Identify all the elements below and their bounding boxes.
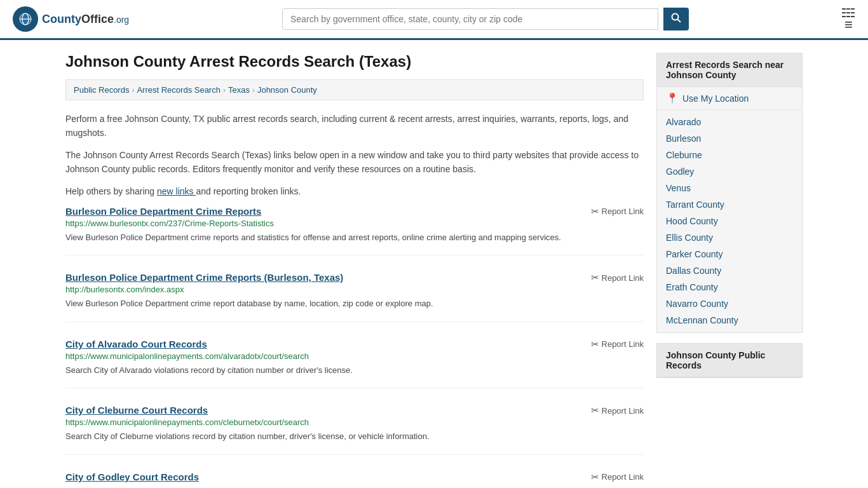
sidebar-list-item: Ellis County — [657, 229, 802, 246]
breadcrumb-sep-1: › — [132, 86, 134, 95]
result-title-3[interactable]: City of Cleburne Court Records — [65, 405, 208, 416]
scissors-icon: ✂ — [591, 405, 599, 416]
public-records-header: Johnson County Public Records — [657, 344, 802, 377]
public-records-section: Johnson County Public Records — [656, 343, 803, 378]
sidebar: Arrest Records Search near Johnson Count… — [656, 53, 803, 488]
description-3-text: Help others by sharing — [65, 186, 154, 196]
report-link-1[interactable]: ✂ Report Link — [591, 272, 644, 283]
site-header: CountyOffice.org ▬▬▬▬▬▬▬▬▬ ≡ — [0, 0, 868, 40]
sidebar-list-item: Venus — [657, 180, 802, 196]
result-item: City of Alvarado Court Records ✂ Report … — [65, 339, 644, 389]
scissors-icon: ✂ — [591, 471, 599, 483]
breadcrumb-sep-3: › — [252, 86, 255, 95]
result-url-1: http://burlesontx.com/index.aspx — [65, 285, 644, 294]
result-desc-1: View Burleson Police Department crime re… — [65, 297, 644, 310]
result-title-4[interactable]: City of Godley Court Records — [65, 471, 199, 482]
use-location-btn[interactable]: 📍 Use My Location — [657, 87, 802, 110]
breadcrumb: Public Records › Arrest Records Search ›… — [65, 79, 644, 100]
result-header: Burleson Police Department Crime Reports… — [65, 272, 644, 285]
breadcrumb-sep-2: › — [223, 86, 226, 95]
nearby-link-12[interactable]: McLennan County — [666, 315, 738, 325]
sidebar-list-item: Hood County — [657, 213, 802, 229]
result-header: City of Godley Court Records ✂ Report Li… — [65, 471, 644, 484]
result-header: City of Alvarado Court Records ✂ Report … — [65, 339, 644, 351]
search-input[interactable] — [282, 8, 658, 30]
result-url-3: https://www.municipalonlinepayments.com/… — [65, 417, 644, 427]
sidebar-list-item: McLennan County — [657, 312, 802, 329]
nearby-link-8[interactable]: Parker County — [666, 249, 722, 259]
menu-button[interactable]: ▬▬▬▬▬▬▬▬▬ ≡ — [842, 6, 855, 32]
result-header: Burleson Police Department Crime Reports… — [65, 206, 644, 219]
nearby-link-1[interactable]: Burleson — [666, 133, 701, 144]
result-desc-0: View Burleson Police Department crime re… — [65, 231, 644, 244]
result-item: Burleson Police Department Crime Reports… — [65, 272, 644, 322]
nearby-section: Arrest Records Search near Johnson Count… — [656, 53, 803, 333]
result-header: City of Cleburne Court Records ✂ Report … — [65, 405, 644, 417]
sidebar-list-item: Erath County — [657, 279, 802, 295]
location-pin-icon: 📍 — [666, 92, 679, 104]
report-link-4[interactable]: ✂ Report Link — [591, 471, 644, 483]
sidebar-list-item: Burleson — [657, 130, 802, 147]
content-area: Johnson County Arrest Records Search (Te… — [65, 53, 644, 488]
description-3-end: and reporting broken links. — [196, 186, 301, 196]
logo[interactable]: CountyOffice.org — [13, 6, 129, 32]
report-link-2[interactable]: ✂ Report Link — [591, 339, 644, 350]
nearby-link-7[interactable]: Ellis County — [666, 233, 713, 243]
sidebar-list-item: Alvarado — [657, 114, 802, 130]
report-link-3[interactable]: ✂ Report Link — [591, 405, 644, 416]
result-item: City of Cleburne Court Records ✂ Report … — [65, 405, 644, 455]
result-title-2[interactable]: City of Alvarado Court Records — [65, 339, 207, 349]
nearby-list: AlvaradoBurlesonCleburneGodleyVenusTarra… — [657, 110, 802, 332]
result-title-1[interactable]: Burleson Police Department Crime Reports… — [65, 272, 343, 283]
use-location-label: Use My Location — [682, 93, 749, 104]
nearby-link-9[interactable]: Dallas County — [666, 266, 721, 276]
breadcrumb-public-records[interactable]: Public Records — [74, 85, 129, 95]
nearby-header: Arrest Records Search near Johnson Count… — [657, 53, 802, 87]
search-area — [282, 8, 689, 30]
svg-point-4 — [672, 14, 679, 20]
sidebar-list-item: Parker County — [657, 246, 802, 262]
sidebar-list-item: Godley — [657, 163, 802, 180]
description-3: Help others by sharing new links and rep… — [65, 184, 644, 198]
nearby-link-10[interactable]: Erath County — [666, 282, 718, 292]
result-url-2: https://www.municipalonlinepayments.com/… — [65, 351, 644, 361]
nearby-link-5[interactable]: Tarrant County — [666, 200, 724, 210]
breadcrumb-texas[interactable]: Texas — [228, 85, 250, 95]
result-title-0[interactable]: Burleson Police Department Crime Reports — [65, 206, 261, 217]
search-button[interactable] — [663, 8, 689, 30]
result-url-0: https://www.burlesontx.com/237/Crime-Rep… — [65, 219, 644, 228]
nearby-link-11[interactable]: Navarro County — [666, 299, 728, 309]
new-links-link[interactable]: new links — [157, 186, 196, 196]
nearby-link-4[interactable]: Venus — [666, 183, 691, 193]
nearby-link-2[interactable]: Cleburne — [666, 150, 702, 160]
nearby-link-0[interactable]: Alvarado — [666, 117, 701, 127]
page-title: Johnson County Arrest Records Search (Te… — [65, 53, 644, 71]
description-2: The Johnson County Arrest Records Search… — [65, 148, 644, 177]
sidebar-list-item: Dallas County — [657, 262, 802, 279]
results-container: Burleson Police Department Crime Reports… — [65, 206, 644, 488]
logo-text: CountyOffice.org — [42, 13, 129, 26]
sidebar-list-item: Navarro County — [657, 295, 802, 312]
result-item: Burleson Police Department Crime Reports… — [65, 206, 644, 256]
sidebar-list-item: Cleburne — [657, 147, 802, 163]
result-item: City of Godley Court Records ✂ Report Li… — [65, 471, 644, 488]
nearby-link-6[interactable]: Hood County — [666, 216, 718, 226]
scissors-icon: ✂ — [591, 272, 599, 283]
nearby-link-3[interactable]: Godley — [666, 166, 694, 177]
result-desc-3: Search City of Cleburne violations recor… — [65, 430, 644, 443]
report-link-0[interactable]: ✂ Report Link — [591, 206, 644, 217]
logo-icon — [13, 6, 38, 32]
scissors-icon: ✂ — [591, 206, 599, 217]
description-1: Perform a free Johnson County, TX public… — [65, 112, 644, 140]
breadcrumb-johnson-county[interactable]: Johnson County — [257, 85, 317, 95]
breadcrumb-arrest-records[interactable]: Arrest Records Search — [137, 85, 220, 95]
svg-line-5 — [678, 20, 681, 23]
scissors-icon: ✂ — [591, 339, 599, 350]
result-desc-2: Search City of Alvarado violations recor… — [65, 364, 644, 377]
main-container: Johnson County Arrest Records Search (Te… — [53, 40, 815, 488]
sidebar-list-item: Tarrant County — [657, 196, 802, 213]
